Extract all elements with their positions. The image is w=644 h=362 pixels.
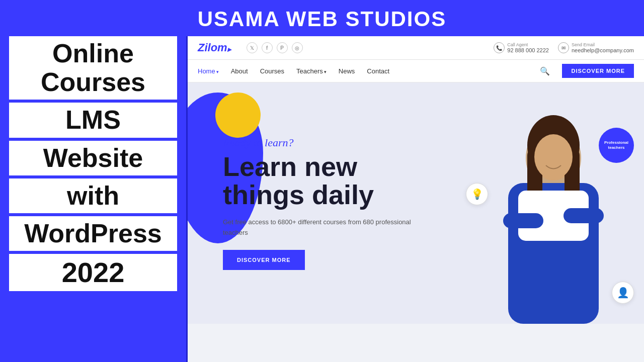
left-panel: Online Courses LMS Website with WordPres… [0, 36, 186, 362]
nav-news[interactable]: News [339, 67, 355, 75]
badge-line2: teachers [608, 145, 625, 150]
phone-icon: 📞 [494, 42, 505, 53]
hero-subtitle: Get free access to 6800+ different cours… [223, 217, 434, 238]
hero-woman-image [483, 93, 624, 324]
title-line-6: 2022 [9, 254, 177, 291]
instagram-icon[interactable]: ◎ [292, 42, 303, 53]
title-line-1: Online Courses [9, 36, 177, 100]
call-label: Call Agent [507, 42, 549, 47]
email-contact: ✉ Send Email needhelp@company.com [558, 42, 634, 53]
professional-badge: Professional teachers [599, 128, 634, 163]
badge-line1: Professional [604, 140, 628, 145]
site-nav: Home▾ About Courses Teachers▾ News Conta… [188, 60, 644, 82]
hero-headline-line1: Learn new [223, 151, 357, 182]
nav-discover-button[interactable]: DISCOVER MORE [562, 64, 634, 78]
website-preview: Zilom▶ 𝕏 f P ◎ 📞 Call Agent 92 888 000 2… [186, 36, 644, 362]
user-icon: 👤 [612, 282, 634, 304]
header-title: USAMA WEB STUDIOS [198, 7, 446, 31]
email-value: needhelp@company.com [572, 47, 634, 53]
woman-svg [488, 98, 619, 324]
nav-home[interactable]: Home▾ [198, 67, 219, 75]
search-icon[interactable]: 🔍 [540, 66, 550, 76]
facebook-icon[interactable]: f [262, 42, 273, 53]
email-label: Send Email [572, 42, 634, 47]
twitter-icon[interactable]: 𝕏 [247, 42, 258, 53]
email-text: Send Email needhelp@company.com [572, 42, 634, 53]
svg-rect-9 [564, 208, 604, 223]
hero-tagline: Ready to learn? [223, 136, 434, 149]
hero-headline: Learn new things daily [223, 152, 434, 209]
svg-point-6 [534, 134, 573, 179]
nav-teachers[interactable]: Teachers▾ [296, 67, 327, 75]
title-line-4: with [9, 178, 177, 213]
hero-discover-button[interactable]: DISCOVER MORE [223, 250, 305, 270]
bulb-icon: 💡 [466, 183, 488, 205]
phone-contact: 📞 Call Agent 92 888 000 2222 [494, 42, 549, 53]
call-number: 92 888 000 2222 [507, 47, 549, 53]
hero-content: Ready to learn? Learn new things daily G… [223, 136, 434, 270]
pinterest-icon[interactable]: P [277, 42, 288, 53]
title-line-2: LMS [9, 103, 177, 137]
hero-section: Ready to learn? Learn new things daily G… [188, 82, 644, 324]
email-icon: ✉ [558, 42, 569, 53]
hero-headline-line2: things daily [223, 179, 374, 210]
main-content: Online Courses LMS Website with WordPres… [0, 36, 644, 362]
title-line-5: WordPress [9, 216, 177, 251]
svg-rect-8 [503, 213, 543, 228]
site-topbar: Zilom▶ 𝕏 f P ◎ 📞 Call Agent 92 888 000 2… [188, 36, 644, 60]
nav-about[interactable]: About [231, 67, 248, 75]
hero-yellow-shape [215, 93, 261, 138]
nav-contact[interactable]: Contact [367, 67, 389, 75]
title-line-3: Website [9, 141, 177, 175]
site-logo: Zilom▶ [198, 41, 231, 54]
page-header: USAMA WEB STUDIOS [0, 0, 644, 36]
phone-text: Call Agent 92 888 000 2222 [507, 42, 549, 53]
social-icons: 𝕏 f P ◎ [247, 42, 303, 53]
logo-text: Zilom [198, 41, 227, 54]
site-contact: 📞 Call Agent 92 888 000 2222 ✉ Send Emai… [494, 42, 634, 53]
nav-courses[interactable]: Courses [260, 67, 284, 75]
